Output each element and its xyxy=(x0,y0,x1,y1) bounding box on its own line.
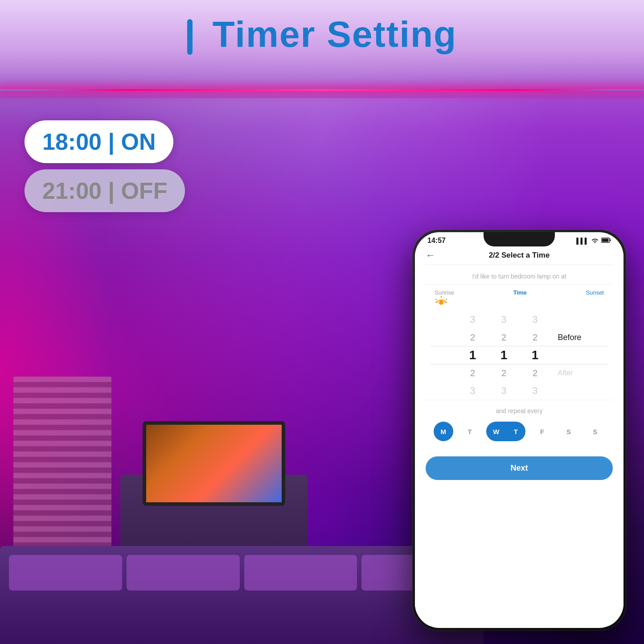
picker-item: 3 xyxy=(457,311,488,328)
bed-pillows xyxy=(9,555,475,591)
pillow-3 xyxy=(244,555,357,591)
picker-item: 2 xyxy=(519,364,550,382)
day-sunday[interactable]: S xyxy=(585,422,605,441)
day-wt-group: W T xyxy=(486,422,525,441)
sunset-label[interactable]: Sunset xyxy=(586,289,604,296)
phone-frame: 14:57 ▌▌▌ xyxy=(412,230,626,631)
back-button[interactable]: ← xyxy=(426,250,435,261)
picker-item: 3 xyxy=(488,382,519,400)
after-option[interactable]: After xyxy=(558,364,573,382)
instruction-text: I'd like to turn bedroom lamp on at xyxy=(426,265,613,285)
pillow-1 xyxy=(9,555,122,591)
picker-item: 3 xyxy=(488,311,519,328)
tv-cabinet xyxy=(120,475,308,555)
app-header: ← 2/2 Select a Time xyxy=(426,245,613,265)
day-thursday[interactable]: T xyxy=(506,422,525,441)
page-title: Timer Setting xyxy=(0,13,644,55)
picker-item: 3 xyxy=(519,311,550,328)
status-time: 14:57 xyxy=(427,237,446,245)
time-label[interactable]: Time xyxy=(513,289,527,296)
picker-item-selected: 1 xyxy=(488,346,519,364)
pillow-2 xyxy=(127,555,240,591)
window-blinds xyxy=(13,377,111,555)
ceiling-led xyxy=(0,89,644,91)
repeat-label: and repeat every xyxy=(426,404,613,418)
picker-item: 2 xyxy=(488,364,519,382)
timer-off-text: 21:00 | OFF xyxy=(42,178,167,204)
picker-item-selected: 1 xyxy=(519,346,550,364)
battery-icon xyxy=(601,238,611,244)
signal-icon: ▌▌▌ xyxy=(576,238,589,244)
timer-on-text: 18:00 | ON xyxy=(42,129,156,155)
svg-rect-2 xyxy=(610,239,611,241)
sunrise-label[interactable]: Sunrise xyxy=(435,289,454,296)
picker-item: 2 xyxy=(519,328,550,346)
picker-col3[interactable]: 3 2 1 2 3 xyxy=(519,311,550,400)
svg-point-3 xyxy=(439,300,443,305)
sunrise-area xyxy=(426,296,613,308)
day-wednesday[interactable]: W xyxy=(486,422,506,441)
header-title: 2/2 Select a Time xyxy=(489,251,550,260)
picker-item: 2 xyxy=(457,328,488,346)
picker-item: 3 xyxy=(519,382,550,400)
timer-off-badge: 21:00 | OFF xyxy=(25,169,185,212)
picker-item-selected: 1 xyxy=(457,346,488,364)
before-after-column: Before After xyxy=(550,311,581,400)
bed xyxy=(0,546,484,644)
title-text: Timer Setting xyxy=(213,14,457,54)
day-tuesday[interactable]: T xyxy=(460,422,480,441)
phone-notch xyxy=(484,232,555,246)
picker-col2[interactable]: 3 2 1 2 3 xyxy=(488,311,519,400)
phone-screen: 14:57 ▌▌▌ xyxy=(415,232,623,628)
repeat-section: and repeat every M T W T F xyxy=(426,400,613,452)
title-bar-icon xyxy=(187,19,193,55)
app-content: ← 2/2 Select a Time I'd like to turn bed… xyxy=(415,245,623,614)
day-monday[interactable]: M xyxy=(434,422,453,441)
picker-item: 3 xyxy=(457,382,488,400)
time-picker[interactable]: 3 2 1 2 3 3 2 1 2 3 xyxy=(426,311,613,400)
phone-mockup: 14:57 ▌▌▌ xyxy=(412,230,626,631)
picker-item: 2 xyxy=(457,364,488,382)
next-button[interactable]: Next xyxy=(426,456,613,480)
svg-rect-1 xyxy=(602,238,609,242)
wifi-icon xyxy=(591,238,599,244)
before-option[interactable]: Before xyxy=(558,328,581,346)
day-friday[interactable]: F xyxy=(533,422,552,441)
status-icons: ▌▌▌ xyxy=(576,238,611,244)
picker-col1[interactable]: 3 2 1 2 3 xyxy=(457,311,488,400)
day-saturday[interactable]: S xyxy=(559,422,578,441)
picker-item: 2 xyxy=(488,328,519,346)
timer-on-badge: 18:00 | ON xyxy=(25,120,173,163)
page-title-area: Timer Setting xyxy=(0,13,644,55)
sunrise-icon xyxy=(435,296,448,308)
days-row: M T W T F S S xyxy=(426,418,613,448)
tv-screen xyxy=(143,421,285,506)
